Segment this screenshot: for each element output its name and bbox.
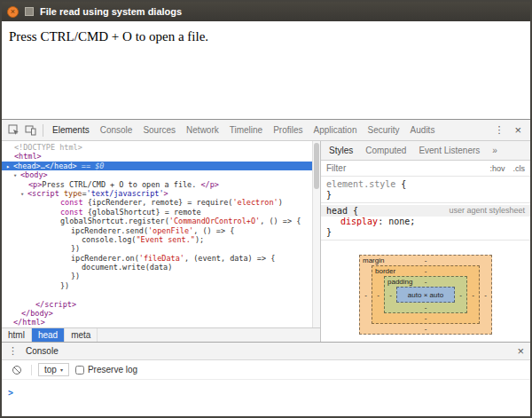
dom-tree-row[interactable]: </script>: [2, 300, 320, 309]
drawer-menu-icon[interactable]: ⋮: [8, 345, 18, 357]
styles-panel: StylesComputedEvent Listeners» :hov .cls…: [321, 141, 530, 342]
devtools-tab-timeline[interactable]: Timeline: [224, 120, 268, 140]
border-right-value: -: [467, 291, 479, 299]
dom-tree-row[interactable]: </body>: [2, 309, 320, 318]
border-bottom-value: -: [425, 314, 427, 322]
drawer-close-icon[interactable]: ×: [517, 344, 524, 358]
code-token: const: [60, 208, 88, 217]
devtools-tab-sources[interactable]: Sources: [137, 120, 181, 140]
dom-tree-row[interactable]: }): [2, 272, 320, 280]
console-drawer-header: ⋮ Console ×: [2, 343, 530, 360]
css-rule[interactable]: element.style {}: [321, 177, 530, 203]
padding-left-value: -: [385, 291, 396, 299]
preserve-log-checkbox[interactable]: [75, 366, 84, 375]
devtools-tab-application[interactable]: Application: [309, 120, 363, 140]
breadcrumb-item-head[interactable]: head: [32, 328, 65, 342]
border-label: border: [375, 267, 395, 275]
dom-tree-row[interactable]: globalShortcut.register('CommandOrContro…: [2, 217, 320, 225]
style-rules: element.style {}head {user agent stylesh…: [321, 177, 530, 241]
console-drawer: ⋮ Console × top ▾ Preserve log >: [2, 342, 530, 416]
box-model-border[interactable]: border - - padding -: [372, 265, 480, 324]
margin-label: margin: [363, 256, 384, 264]
devtools-tabs: ElementsConsoleSourcesNetworkTimelinePro…: [47, 120, 440, 140]
devtools-main: <!DOCTYPE html><html>▸<head>…</head> == …: [2, 141, 530, 342]
dom-tree-row[interactable]: <!DOCTYPE html>: [2, 143, 320, 152]
dom-tree: <!DOCTYPE html><html>▸<head>…</head> == …: [2, 141, 320, 327]
box-model-margin[interactable]: margin - - border - -: [359, 255, 492, 335]
code-token: <head>: [13, 162, 41, 170]
devtools-tab-console[interactable]: Console: [95, 120, 138, 140]
code-token: , (event, data) => {: [184, 254, 275, 263]
dom-tree-row[interactable]: const {globalShortcut} = remote: [2, 208, 320, 217]
dom-tree-row[interactable]: ipcRenderer.on('fileData', (event, data)…: [2, 254, 320, 263]
console-output[interactable]: >: [2, 380, 530, 416]
rule-selector: head: [326, 205, 348, 217]
styles-tab-styles[interactable]: Styles: [323, 146, 359, 155]
styles-tab-event-listeners[interactable]: Event Listeners: [412, 146, 486, 155]
expand-arrow-icon[interactable]: ▸: [6, 162, 13, 170]
elements-scrollbar[interactable]: [312, 141, 320, 327]
code-token: </script>: [35, 300, 76, 309]
styles-filter-input[interactable]: [326, 163, 489, 173]
padding-right-value: -: [455, 291, 466, 299]
preserve-log-control: Preserve log: [75, 365, 137, 375]
dom-tree-row[interactable]: [2, 290, 320, 299]
expand-arrow-icon[interactable]: ▾: [13, 171, 20, 179]
box-model-padding[interactable]: padding - - auto × auto - -: [384, 276, 467, 313]
code-token: "Event sent.": [136, 235, 195, 244]
inspect-element-icon[interactable]: [5, 122, 22, 138]
dom-tree-row[interactable]: }): [2, 281, 320, 290]
device-toolbar-icon[interactable]: [22, 122, 39, 138]
code-token: const: [60, 198, 88, 207]
dom-tree-row[interactable]: console.log("Event sent.");: [2, 235, 320, 244]
dom-tree-row[interactable]: <p>Press CTRL/CMD + O to open a file. </…: [2, 180, 320, 189]
devtools-tab-security[interactable]: Security: [362, 120, 404, 140]
styles-tab--[interactable]: »: [486, 146, 504, 155]
code-token: {ipcRenderer, remote} = require(: [88, 198, 233, 207]
dom-tree-row[interactable]: <html>: [2, 152, 320, 161]
code-token: 'electron': [232, 198, 278, 207]
console-drawer-tab[interactable]: Console: [26, 346, 59, 356]
dom-tree-row[interactable]: const {ipcRenderer, remote} = require('e…: [2, 198, 320, 207]
page-text: Press CTRL/CMD + O to open a file.: [9, 29, 523, 44]
code-token: </body>: [21, 309, 53, 318]
rule-close-brace: }: [321, 190, 530, 201]
devtools-tab-elements[interactable]: Elements: [47, 120, 95, 140]
margin-top-value: -: [425, 256, 427, 264]
css-rule[interactable]: head {user agent stylesheetdisplay: none…: [321, 203, 530, 241]
rule-selector: element.style: [326, 178, 395, 190]
scrollbar-thumb[interactable]: [314, 143, 319, 189]
class-toggle[interactable]: .cls: [513, 164, 526, 173]
code-token: 'fileData': [139, 254, 184, 263]
dom-tree-row[interactable]: ipcRenderer.send('openFile', () => {: [2, 226, 320, 235]
code-token: </html>: [13, 318, 45, 327]
devtools-tab-audits[interactable]: Audits: [405, 120, 441, 140]
dom-tree-row[interactable]: document.write(data): [2, 263, 320, 272]
breadcrumb-item-html[interactable]: html: [2, 328, 32, 342]
css-property[interactable]: display: none;: [321, 217, 530, 227]
dom-tree-row[interactable]: </html>: [2, 318, 320, 327]
box-model-content[interactable]: auto × auto: [396, 287, 455, 303]
expand-arrow-icon[interactable]: ▾: [20, 190, 27, 198]
styles-tab-computed[interactable]: Computed: [359, 146, 412, 155]
toolbar-divider: [31, 365, 32, 375]
devtools-menu-icon[interactable]: ⋮: [494, 124, 504, 136]
devtools-tab-profiles[interactable]: Profiles: [268, 120, 308, 140]
clear-console-icon[interactable]: [8, 362, 25, 378]
selected-node-reference: == $0: [77, 162, 105, 170]
frame-context-select[interactable]: top ▾: [38, 363, 69, 376]
hover-state-toggle[interactable]: :hov: [489, 164, 505, 173]
dom-tree-row[interactable]: ▾<body>: [2, 170, 320, 179]
dom-tree-row[interactable]: ▾<script type='text/javascript'>: [2, 189, 320, 198]
chevron-down-icon: ▾: [60, 367, 63, 373]
dom-tree-row-selected[interactable]: ▸<head>…</head> == $0: [2, 162, 320, 170]
margin-right-value: -: [480, 291, 491, 299]
dom-tree-row[interactable]: }): [2, 244, 320, 253]
devtools-close-icon[interactable]: ×: [514, 123, 521, 137]
devtools-toolbar: ElementsConsoleSourcesNetworkTimelinePro…: [2, 120, 530, 141]
code-token: ipcRenderer.on(: [71, 254, 139, 263]
devtools-tab-network[interactable]: Network: [181, 120, 224, 140]
styles-filter-toggles: :hov .cls: [489, 164, 525, 173]
window-close-button[interactable]: ×: [7, 6, 19, 18]
breadcrumb-item-meta[interactable]: meta: [65, 328, 98, 342]
